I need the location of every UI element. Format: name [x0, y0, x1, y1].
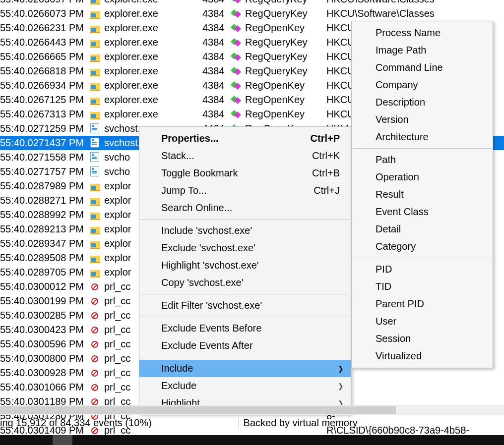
submenu-item[interactable]: User: [352, 313, 493, 330]
submenu-item[interactable]: Operation: [352, 168, 493, 186]
submenu-item[interactable]: Virtualized: [352, 347, 493, 365]
horizontal-scrollbar[interactable]: [0, 405, 504, 415]
submenu-item[interactable]: Description: [352, 94, 493, 111]
svchost-icon: [90, 152, 99, 162]
cell-operation: RegQueryKey: [231, 0, 326, 6]
cell-time: 55:40.0271437 PM: [0, 136, 90, 150]
cell-time: 55:40.0266073 PM: [0, 6, 90, 21]
cell-path: 60R: [326, 380, 504, 394]
cell-process: explorer.exe: [90, 6, 202, 21]
cell-pid: 4384: [202, 0, 231, 6]
cell-process: explorer.exe: [90, 64, 202, 78]
explorer-icon: [90, 67, 100, 75]
menu-separator: [140, 219, 350, 220]
menu-highlight-proc[interactable]: Highlight 'svchost.exe': [139, 257, 351, 274]
menu-toggle-bookmark[interactable]: Toggle BookmarkCtrl+B: [139, 165, 351, 182]
menu-include-proc[interactable]: Include 'svchost.exe': [139, 222, 351, 239]
submenu-item[interactable]: Version: [352, 111, 493, 128]
menu-exclude-after[interactable]: Exclude Events After: [139, 337, 351, 354]
cell-pid: 4384: [202, 50, 231, 64]
submenu-item[interactable]: Result: [352, 186, 493, 203]
cell-process: explorer.exe: [90, 0, 202, 6]
prl-icon: [90, 354, 99, 363]
event-row[interactable]: 55:40.0263697 PMexplorer.exe4384RegQuery…: [0, 0, 504, 6]
registry-icon: [231, 110, 241, 119]
scrollbar-thumb[interactable]: [0, 406, 396, 414]
cell-process: explorer.exe: [90, 35, 202, 50]
event-row[interactable]: 55:40.0266073 PMexplorer.exe4384RegQuery…: [0, 6, 504, 21]
chevron-right-icon: ❯: [338, 365, 344, 373]
cell-time: 55:40.0287989 PM: [0, 179, 90, 193]
cell-pid: 4384: [202, 35, 231, 50]
cell-pid: 4384: [202, 78, 231, 93]
chevron-right-icon: ❯: [338, 382, 344, 390]
submenu-item[interactable]: Image Path: [352, 42, 493, 59]
menu-jump-to[interactable]: Jump To...Ctrl+J: [139, 182, 351, 199]
cell-operation: RegQueryKey: [231, 6, 326, 21]
registry-icon: [231, 0, 241, 4]
menu-properties[interactable]: Properties...Ctrl+P: [139, 130, 351, 147]
cell-process: explorer.exe: [90, 107, 202, 121]
registry-icon: [231, 81, 241, 91]
cell-operation: RegOpenKey: [231, 93, 326, 107]
cell-time: 55:40.0288992 PM: [0, 208, 90, 222]
prl-icon: [90, 311, 99, 320]
cell-operation: RegOpenKey: [231, 21, 326, 35]
cell-time: 55:40.0266818 PM: [0, 64, 90, 78]
submenu-item[interactable]: TID: [352, 278, 493, 295]
registry-icon: [231, 23, 241, 33]
cell-pid: 4384: [202, 93, 231, 107]
menu-separator: [353, 148, 492, 149]
status-event-count: ing 15,912 of 84,334 events (10%): [0, 417, 235, 429]
menu-include-submenu[interactable]: Include❯: [139, 360, 351, 377]
explorer-icon: [90, 39, 100, 47]
cell-path: HKCU\Software\Classes: [326, 6, 504, 21]
menu-exclude-proc[interactable]: Exclude 'svchost.exe': [139, 239, 351, 257]
submenu-item[interactable]: PID: [352, 261, 493, 278]
cell-time: 55:40.0300012 PM: [0, 279, 90, 294]
submenu-item[interactable]: Detail: [352, 221, 493, 238]
submenu-item[interactable]: Command Line: [352, 59, 493, 76]
menu-exclude-before[interactable]: Exclude Events Before: [139, 320, 351, 337]
menu-stack[interactable]: Stack...Ctrl+K: [139, 147, 351, 165]
svchost-icon: [90, 123, 99, 133]
cell-time: 55:40.0266231 PM: [0, 21, 90, 35]
cell-time: 55:40.0289508 PM: [0, 251, 90, 265]
registry-icon: [231, 38, 241, 48]
cell-time: 55:40.0271558 PM: [0, 150, 90, 165]
cell-time: 55:40.0267313 PM: [0, 107, 90, 121]
submenu-item[interactable]: Company: [352, 76, 493, 94]
cell-time: 55:40.0267125 PM: [0, 93, 90, 107]
cell-time: 55:40.0301066 PM: [0, 380, 90, 394]
taskbar[interactable]: [0, 435, 504, 445]
menu-separator: [140, 357, 350, 357]
menu-edit-filter[interactable]: Edit Filter 'svchost.exe': [139, 297, 351, 314]
menu-exclude-submenu[interactable]: Exclude❯: [139, 377, 351, 394]
submenu-item[interactable]: Path: [352, 151, 493, 168]
submenu-item[interactable]: Session: [352, 330, 493, 347]
explorer-icon: [90, 111, 100, 118]
cell-time: 55:40.0288271 PM: [0, 193, 90, 208]
submenu-item[interactable]: Architecture: [352, 128, 493, 146]
submenu-item[interactable]: Process Name: [352, 24, 493, 42]
submenu-item[interactable]: Category: [352, 238, 493, 255]
explorer-icon: [90, 211, 100, 219]
cell-time: 55:40.0300800 PM: [0, 351, 90, 366]
menu-copy-proc[interactable]: Copy 'svchost.exe': [139, 274, 351, 291]
explorer-icon: [90, 96, 100, 104]
cell-operation: RegOpenKey: [231, 107, 326, 121]
prl-icon: [90, 326, 99, 334]
submenu-item[interactable]: Parent PID: [352, 295, 493, 313]
cell-process: explorer.exe: [90, 93, 202, 107]
submenu-item[interactable]: Event Class: [352, 203, 493, 221]
menu-separator: [353, 258, 492, 258]
cell-process: explorer.exe: [90, 78, 202, 93]
cell-time: 55:40.0300423 PM: [0, 323, 90, 337]
explorer-icon: [90, 82, 100, 90]
explorer-icon: [90, 254, 100, 262]
cell-process: explorer.exe: [90, 50, 202, 64]
taskbar-item[interactable]: [53, 435, 72, 445]
menu-search-online[interactable]: Search Online...: [139, 199, 351, 217]
svchost-icon: [90, 167, 99, 176]
registry-icon: [231, 95, 241, 105]
